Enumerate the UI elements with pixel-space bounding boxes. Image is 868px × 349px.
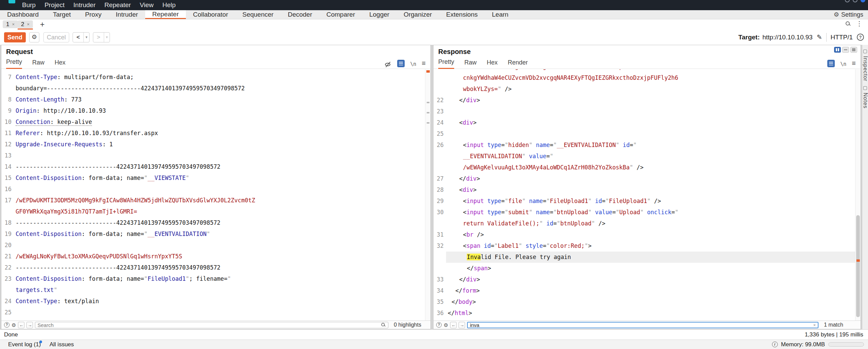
request-tab-hex[interactable]: Hex xyxy=(55,59,65,69)
http-version-selector[interactable]: HTTP/1 xyxy=(831,34,853,41)
help-icon[interactable]: ? xyxy=(857,34,864,41)
repeater-tab-1[interactable]: 1 × xyxy=(3,20,18,28)
code-line[interactable]: 24<div> xyxy=(433,117,855,128)
tab-extensions[interactable]: Extensions xyxy=(439,10,485,19)
menu-burp[interactable]: Burp xyxy=(18,0,40,10)
close-icon[interactable]: × xyxy=(12,22,15,27)
hide-nonprintable-icon[interactable] xyxy=(384,62,392,67)
response-tab-pretty[interactable]: Pretty xyxy=(438,58,454,69)
menu-repeater[interactable]: Repeater xyxy=(100,0,135,10)
code-line[interactable]: 9Origin: http://10.10.10.93 xyxy=(1,105,425,116)
search-next-button[interactable]: → xyxy=(459,322,465,328)
close-icon[interactable]: × xyxy=(27,22,30,27)
back-history-button[interactable]: < ▾ xyxy=(73,32,90,42)
word-wrap-icon[interactable] xyxy=(397,60,405,67)
tab-logger[interactable]: Logger xyxy=(362,10,397,19)
tab-sequencer[interactable]: Sequencer xyxy=(235,10,281,19)
search-settings-icon[interactable]: ⚙ xyxy=(12,323,16,328)
code-line[interactable]: 26192.168.65.124 xyxy=(1,318,425,320)
layout-rows-button[interactable] xyxy=(842,47,849,53)
code-line[interactable]: 14-----------------------------422437140… xyxy=(1,161,425,172)
code-line[interactable]: 25 xyxy=(433,128,855,140)
code-line[interactable]: 8Content-Length: 773 xyxy=(1,94,425,105)
window-minimize-button[interactable] xyxy=(845,0,850,2)
code-line[interactable]: 19Content-Disposition: form-data; name="… xyxy=(1,228,425,240)
code-line[interactable]: 18-----------------------------422437140… xyxy=(1,217,425,228)
tab-target[interactable]: Target xyxy=(46,10,78,19)
code-line[interactable]: </span> xyxy=(433,263,855,274)
response-editor[interactable]: ZVcmMtZGF0YRTcAgUFDXfGhgRUZXh0BR5JbnZhbG… xyxy=(433,69,855,320)
tab-learn[interactable]: Learn xyxy=(485,10,516,19)
code-line[interactable]: 21/wEWAgLNoKyFBwLt3oXMAxGQeqvPUDSNlGq1wH… xyxy=(1,251,425,262)
response-scrollbar[interactable] xyxy=(855,69,861,320)
code-line[interactable]: 15Content-Disposition: form-data; name="… xyxy=(1,172,425,184)
more-options-icon[interactable]: ⋮ xyxy=(856,21,863,26)
tab-collaborator[interactable]: Collaborator xyxy=(186,10,235,19)
newline-toggle-icon[interactable]: \n xyxy=(410,61,416,67)
window-maximize-button[interactable] xyxy=(853,0,857,2)
search-next-button[interactable]: → xyxy=(26,322,33,328)
inspector-tab[interactable]: Inspector xyxy=(862,50,868,81)
code-line[interactable]: return ValidateFile();" id="btnUpload" /… xyxy=(433,218,855,229)
code-line[interactable]: 33</div> xyxy=(433,274,855,285)
send-button[interactable]: Send xyxy=(4,32,26,42)
clear-search-icon[interactable]: × xyxy=(813,323,816,328)
code-line[interactable]: cnkgYWdhaW4eCUZvcmVDb2xvcgqNAR4EXyFTQgIE… xyxy=(433,72,855,84)
repeater-tab-2[interactable]: 2 × xyxy=(18,20,33,28)
tab-comparer[interactable]: Comparer xyxy=(319,10,362,19)
code-line[interactable]: 36</html> xyxy=(433,308,855,319)
code-line[interactable]: 28<div> xyxy=(433,184,855,196)
code-line[interactable]: 10Connection: keep-alive xyxy=(1,116,425,128)
code-line[interactable]: 25 xyxy=(1,307,425,318)
menu-view[interactable]: View xyxy=(135,0,158,10)
settings-button[interactable]: ⚙ Settings xyxy=(834,10,863,19)
tab-organizer[interactable]: Organizer xyxy=(397,10,439,19)
editor-menu-icon[interactable]: ≡ xyxy=(852,59,856,67)
request-editor[interactable]: Accept-Encoding: gzip, deflate7Content-T… xyxy=(1,69,425,320)
code-line[interactable]: 16 xyxy=(1,184,425,195)
code-line[interactable]: 34</form> xyxy=(433,285,855,296)
newline-toggle-icon[interactable]: \n xyxy=(840,61,846,67)
search-prev-button[interactable]: ← xyxy=(450,322,457,328)
code-line[interactable]: 31<br /> xyxy=(433,229,855,240)
request-tab-raw[interactable]: Raw xyxy=(32,59,44,69)
code-line[interactable]: 26<input type="hidden" name="__EVENTVALI… xyxy=(433,140,855,151)
edit-target-icon[interactable]: ✎ xyxy=(817,33,822,41)
tab-proxy[interactable]: Proxy xyxy=(78,10,109,19)
code-line[interactable]: /wEWAgKelvuuAgLt3oXMAy4aLoWDCq1AZrH08h2Y… xyxy=(433,162,855,173)
all-issues-button[interactable]: All issues xyxy=(50,341,74,348)
layout-columns-button[interactable] xyxy=(834,47,841,53)
search-help-icon[interactable]: ? xyxy=(4,322,9,328)
code-line[interactable]: __EVENTVALIDATION" value=" xyxy=(433,151,855,162)
send-settings-button[interactable]: ⚙ xyxy=(29,32,39,42)
code-line[interactable]: 32<span id="Label1" style="color:Red;"> xyxy=(433,240,855,252)
response-search-input[interactable] xyxy=(470,323,812,328)
response-tab-hex[interactable]: Hex xyxy=(487,59,498,69)
code-line[interactable]: GF0YWRkXqaYmgX5i81h7QT7amTjI+lGMRI= xyxy=(1,206,425,217)
code-line[interactable]: boundary=---------------------------4224… xyxy=(1,83,425,94)
menu-intruder[interactable]: Intruder xyxy=(69,0,100,10)
event-log-button[interactable]: Event log (1) xyxy=(8,341,41,348)
code-line[interactable]: 35</body> xyxy=(433,296,855,308)
code-line[interactable]: 22</div> xyxy=(433,95,855,106)
code-line[interactable]: 24Content-Type: text/plain xyxy=(1,296,425,307)
tab-decoder[interactable]: Decoder xyxy=(281,10,319,19)
response-tab-render[interactable]: Render xyxy=(508,59,528,69)
info-icon[interactable]: i xyxy=(772,342,778,347)
notes-tab[interactable]: Notes xyxy=(862,86,868,109)
request-search-input[interactable] xyxy=(37,323,381,328)
code-line[interactable]: 12Upgrade-Insecure-Requests: 1 xyxy=(1,139,425,150)
code-line[interactable]: 30<input type="submit" name="btnUpload" … xyxy=(433,207,855,218)
chevron-down-icon[interactable]: ▾ xyxy=(84,35,89,39)
code-line[interactable]: 23 xyxy=(433,106,855,117)
response-tab-raw[interactable]: Raw xyxy=(464,59,477,69)
forward-history-button[interactable]: > ▾ xyxy=(93,32,110,42)
search-icon[interactable] xyxy=(845,21,851,26)
tab-repeater[interactable]: Repeater xyxy=(145,10,186,19)
word-wrap-icon[interactable] xyxy=(827,60,835,67)
tab-dashboard[interactable]: Dashboard xyxy=(0,10,46,19)
code-line[interactable]: 7Content-Type: multipart/form-data; xyxy=(1,72,425,83)
search-help-icon[interactable]: ? xyxy=(436,322,442,328)
menu-project[interactable]: Project xyxy=(40,0,69,10)
code-line[interactable]: Accept-Encoding: gzip, deflate xyxy=(1,69,425,72)
